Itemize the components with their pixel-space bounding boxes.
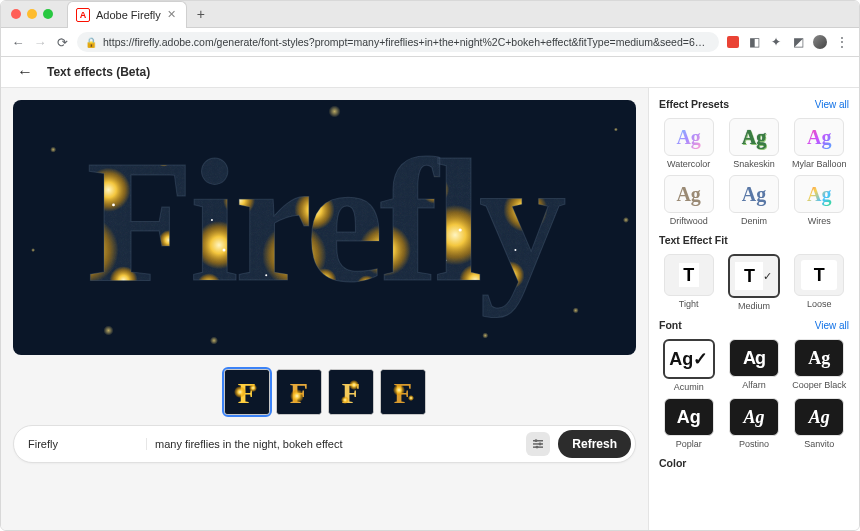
main-column: Firefly bbox=[1, 88, 648, 531]
svg-point-74 bbox=[408, 395, 414, 401]
window-controls bbox=[11, 9, 53, 19]
browser-tab-title: Adobe Firefly bbox=[96, 9, 161, 21]
prompt-description-input[interactable]: many fireflies in the night, bokeh effec… bbox=[155, 438, 518, 450]
extensions-menu-icon[interactable]: ✦ bbox=[769, 35, 783, 49]
svg-point-66 bbox=[290, 389, 304, 403]
font-alfarn[interactable]: Ag Alfarn bbox=[724, 339, 783, 392]
back-button[interactable]: ← bbox=[17, 63, 33, 81]
svg-point-80 bbox=[536, 446, 539, 449]
fit-loose[interactable]: T Loose bbox=[790, 254, 849, 311]
preset-snakeskin[interactable]: Ag Snakeskin bbox=[724, 118, 783, 169]
svg-point-5 bbox=[210, 337, 218, 345]
variant-row: F F F F bbox=[13, 369, 636, 415]
new-tab-button[interactable]: + bbox=[193, 6, 209, 22]
extension-icon[interactable] bbox=[727, 36, 739, 48]
variant-thumb-3[interactable]: F bbox=[328, 369, 374, 415]
preset-mylar-balloon[interactable]: Ag Mylar Balloon bbox=[790, 118, 849, 169]
font-postino[interactable]: Ag Postino bbox=[724, 398, 783, 449]
window-titlebar: A Adobe Firefly ✕ + bbox=[1, 1, 859, 28]
properties-panel: Effect Presets View all Ag Watercolor Ag… bbox=[648, 88, 859, 531]
close-window-icon[interactable] bbox=[11, 9, 21, 19]
svg-point-10 bbox=[623, 217, 629, 223]
fit-tight[interactable]: T Tight bbox=[659, 254, 718, 311]
nav-forward-icon[interactable]: → bbox=[33, 35, 47, 50]
effect-presets-view-all[interactable]: View all bbox=[815, 99, 849, 110]
svg-point-79 bbox=[539, 443, 542, 446]
svg-point-2 bbox=[50, 147, 56, 153]
font-view-all[interactable]: View all bbox=[815, 320, 849, 331]
fit-medium[interactable]: T✓ Medium bbox=[724, 254, 783, 311]
workspace: Firefly bbox=[1, 88, 859, 531]
app-header: ← Text effects (Beta) bbox=[1, 57, 859, 88]
page-title: Text effects (Beta) bbox=[47, 65, 150, 79]
profile-avatar[interactable] bbox=[813, 35, 827, 49]
font-poplar[interactable]: Ag Poplar bbox=[659, 398, 718, 449]
prompt-text-input[interactable]: Firefly bbox=[28, 438, 147, 450]
address-url: https://firefly.adobe.com/generate/font-… bbox=[103, 36, 711, 48]
address-bar[interactable]: 🔒 https://firefly.adobe.com/generate/fon… bbox=[77, 32, 719, 52]
svg-point-62 bbox=[234, 386, 246, 398]
check-icon: ✓ bbox=[763, 270, 772, 283]
svg-point-78 bbox=[535, 439, 538, 442]
svg-rect-75 bbox=[533, 440, 543, 442]
preset-denim[interactable]: Ag Denim bbox=[724, 175, 783, 226]
svg-point-8 bbox=[573, 307, 579, 313]
svg-point-63 bbox=[249, 384, 257, 392]
svg-point-69 bbox=[349, 380, 359, 390]
color-title: Color bbox=[659, 457, 686, 469]
variant-thumb-4[interactable]: F bbox=[380, 369, 426, 415]
fit-grid: T Tight T✓ Medium T Loose bbox=[659, 254, 849, 311]
svg-point-73 bbox=[393, 384, 405, 396]
fullscreen-window-icon[interactable] bbox=[43, 9, 53, 19]
extension-icon[interactable]: ◧ bbox=[747, 35, 761, 49]
svg-point-70 bbox=[341, 396, 349, 404]
check-icon: ✓ bbox=[693, 348, 708, 370]
browser-toolbar: ← → ⟳ 🔒 https://firefly.adobe.com/genera… bbox=[1, 28, 859, 57]
svg-point-9 bbox=[31, 248, 35, 252]
svg-point-3 bbox=[614, 128, 618, 132]
prompt-bar: Firefly many fireflies in the night, bok… bbox=[13, 425, 636, 463]
browser-menu-icon[interactable]: ⋮ bbox=[835, 35, 849, 49]
extension-icon[interactable]: ◩ bbox=[791, 35, 805, 49]
prompt-settings-icon[interactable] bbox=[526, 432, 550, 456]
font-cooper-black[interactable]: Ag Cooper Black bbox=[790, 339, 849, 392]
svg-point-6 bbox=[482, 333, 488, 339]
preview-canvas[interactable]: Firefly bbox=[13, 100, 636, 355]
fit-header: Text Effect Fit bbox=[659, 234, 849, 246]
fit-title: Text Effect Fit bbox=[659, 234, 728, 246]
minimize-window-icon[interactable] bbox=[27, 9, 37, 19]
color-header: Color bbox=[659, 457, 849, 469]
lock-icon: 🔒 bbox=[85, 37, 97, 48]
font-header: Font View all bbox=[659, 319, 849, 331]
preset-wires[interactable]: Ag Wires bbox=[790, 175, 849, 226]
preset-watercolor[interactable]: Ag Watercolor bbox=[659, 118, 718, 169]
variant-thumb-2[interactable]: F bbox=[276, 369, 322, 415]
close-tab-icon[interactable]: ✕ bbox=[167, 8, 176, 21]
svg-point-7 bbox=[103, 325, 113, 335]
svg-text:F: F bbox=[341, 376, 359, 409]
svg-point-4 bbox=[329, 105, 341, 117]
effect-presets-header: Effect Presets View all bbox=[659, 98, 849, 110]
variant-thumb-1[interactable]: F bbox=[224, 369, 270, 415]
nav-reload-icon[interactable]: ⟳ bbox=[55, 35, 69, 50]
svg-text:Firefly: Firefly bbox=[86, 123, 565, 318]
font-title: Font bbox=[659, 319, 682, 331]
font-acumin[interactable]: Ag✓ Acumin bbox=[659, 339, 718, 392]
font-grid: Ag✓ Acumin Ag Alfarn Ag Cooper Black Ag … bbox=[659, 339, 849, 449]
preset-driftwood[interactable]: Ag Driftwood bbox=[659, 175, 718, 226]
refresh-button[interactable]: Refresh bbox=[558, 430, 631, 458]
font-sanvito[interactable]: Ag Sanvito bbox=[790, 398, 849, 449]
adobe-favicon-icon: A bbox=[76, 8, 90, 22]
browser-extensions: ◧ ✦ ◩ ⋮ bbox=[727, 35, 849, 49]
nav-back-icon[interactable]: ← bbox=[11, 35, 25, 50]
effect-presets-grid: Ag Watercolor Ag Snakeskin Ag Mylar Ball… bbox=[659, 118, 849, 226]
svg-rect-76 bbox=[533, 443, 543, 445]
refresh-button-label: Refresh bbox=[572, 437, 617, 451]
browser-tab[interactable]: A Adobe Firefly ✕ bbox=[67, 1, 187, 28]
effect-presets-title: Effect Presets bbox=[659, 98, 729, 110]
